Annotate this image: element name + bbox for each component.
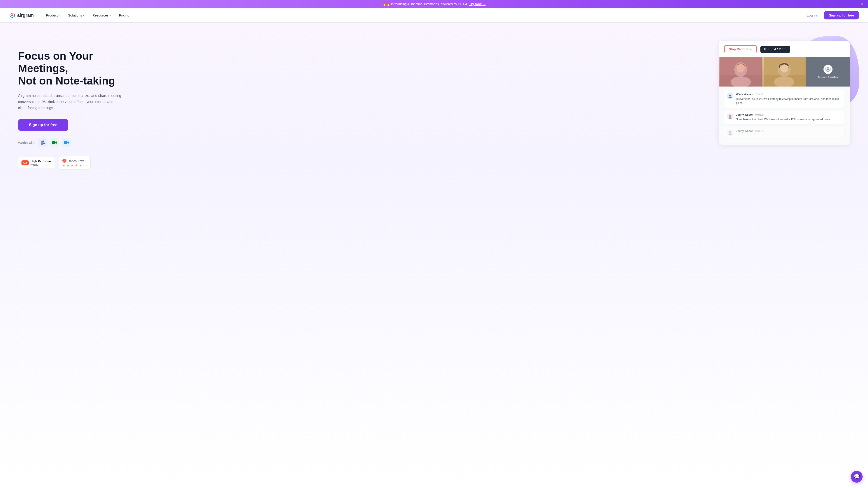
nav-resources[interactable]: Resources ▾ [89,11,114,19]
svg-rect-8 [64,141,67,144]
svg-rect-6 [52,141,55,144]
navbar: airgram Product ▾ Solutions ▾ Resources … [0,8,868,23]
hero-title: Focus on Your Meetings, Not on Note-taki… [18,50,135,87]
announcement-close[interactable]: × [861,2,864,6]
transcript-content-3: Jenny Wilson 0:04:33 [736,129,842,133]
video-thumb-2 [763,57,806,87]
badges: G2 High Performer WINTER P PRODUCT HUNT … [18,156,135,170]
product-hunt-badge: P PRODUCT HUNT ★ ★ ★ ★ ★ [59,156,91,170]
transcript-meta-3: Jenny Wilson 0:04:33 [736,129,842,133]
hero-left: Focus on Your Meetings, Not on Note-taki… [18,41,135,170]
svg-point-4 [41,140,43,143]
teams-icon [38,138,47,147]
participant-1-video [719,57,763,87]
google-meet-icon [50,138,59,147]
ph-logo: P [62,159,66,163]
logo-text: airgram [17,13,34,18]
transcript-meta-1: Wade Warren 0:04:25 [736,93,842,96]
ph-stars: ★ ★ ★ ★ ★ [62,164,87,167]
speaker-name-2: Jenny Wilson [736,113,753,116]
nav-actions: Log in Sign up for free [802,11,859,20]
transcript-content-1: Wade Warren 0:04:25 Hi everyone, as usua… [736,93,842,105]
works-with-label: Works with [18,141,35,144]
announcement-cta[interactable]: Try Now → [469,2,486,6]
speaker-time-1: 0:04:25 [755,93,763,96]
demo-transcript: Wade Warren 0:04:25 Hi everyone, as usua… [719,87,850,145]
announcement-text: 🔥🔥 Introducing AI meeting summaries, pow… [382,2,468,6]
avatar-wade [727,93,733,99]
ph-label: PRODUCT HUNT [68,160,86,162]
logo-icon [9,12,16,19]
signup-button[interactable]: Sign up for free [824,11,859,20]
speaker-time-3: 0:04:33 [755,130,764,132]
announcement-bar: 🔥🔥 Introducing AI meeting summaries, pow… [0,0,868,8]
svg-point-24 [728,117,732,119]
svg-point-21 [729,95,731,96]
chat-bubble[interactable]: 💬 [851,471,863,483]
svg-rect-5 [41,143,43,145]
airgram-assistant-label: Airgram Assistant [817,76,839,79]
avatar-jenny [727,113,733,120]
nav-pricing[interactable]: Pricing [116,11,133,19]
transcript-entry: Wade Warren 0:04:25 Hi everyone, as usua… [724,90,844,108]
nav-solutions[interactable]: Solutions ▾ [65,11,88,19]
g2-logo: G2 [22,160,29,165]
demo-video-row: Airgram Assistant [719,57,850,87]
speaker-time-2: 0:04:29 [755,113,764,116]
resources-chevron-icon: ▾ [110,14,111,17]
works-with: Works with [18,138,135,147]
airgram-assistant-thumb: Airgram Assistant [806,57,850,87]
logo[interactable]: airgram [9,12,34,19]
airgram-assistant-logo [824,65,833,74]
svg-point-2 [11,14,13,16]
solutions-chevron-icon: ▾ [83,14,84,17]
nav-links: Product ▾ Solutions ▾ Resources ▾ Pricin… [43,11,802,19]
hero-signup-button[interactable]: Sign up for free [18,119,68,131]
svg-point-23 [729,115,731,117]
hero-section: Focus on Your Meetings, Not on Note-taki… [0,23,868,485]
transcript-meta-2: Jenny Wilson 0:04:29 [736,113,842,116]
works-with-icons [38,138,71,147]
svg-point-22 [728,97,732,98]
nav-product[interactable]: Product ▾ [43,11,63,19]
chat-bubble-icon: 💬 [854,474,860,480]
svg-point-20 [827,68,829,70]
stop-recording-button[interactable]: Stop Recording [724,45,757,53]
zoom-icon [62,138,71,147]
participant-2-video [763,57,806,87]
hero-right: Stop Recording 00:04:25* [149,41,850,154]
svg-point-25 [729,131,731,133]
speaker-name-1: Wade Warren [736,93,753,96]
transcript-entry: Jenny Wilson 0:04:29 Sure, here is the c… [724,110,844,124]
demo-top-bar: Stop Recording 00:04:25* [719,41,850,57]
product-chevron-icon: ▾ [59,14,60,17]
demo-card: Stop Recording 00:04:25* [719,41,850,145]
transcript-entry: Jenny Wilson 0:04:33 [724,127,844,138]
speaker-name-3: Jenny Wilson [736,129,753,133]
video-thumb-1 [719,57,763,87]
g2-badge: G2 High Performer WINTER [18,157,55,169]
hero-subtitle: Airgram helps record, transcribe, summar… [18,93,122,111]
timer-display: 00:04:25* [761,46,790,53]
svg-point-26 [728,133,732,135]
transcript-content-2: Jenny Wilson 0:04:29 Sure, here is the c… [736,113,842,121]
g2-text: High Performer WINTER [31,160,52,166]
login-button[interactable]: Log in [802,11,821,19]
transcript-text-1: Hi everyone, as usual, we'll start by re… [736,97,842,105]
transcript-text-2: Sure, here is the chart. We have witness… [736,117,842,121]
avatar-jenny-2 [727,129,733,136]
